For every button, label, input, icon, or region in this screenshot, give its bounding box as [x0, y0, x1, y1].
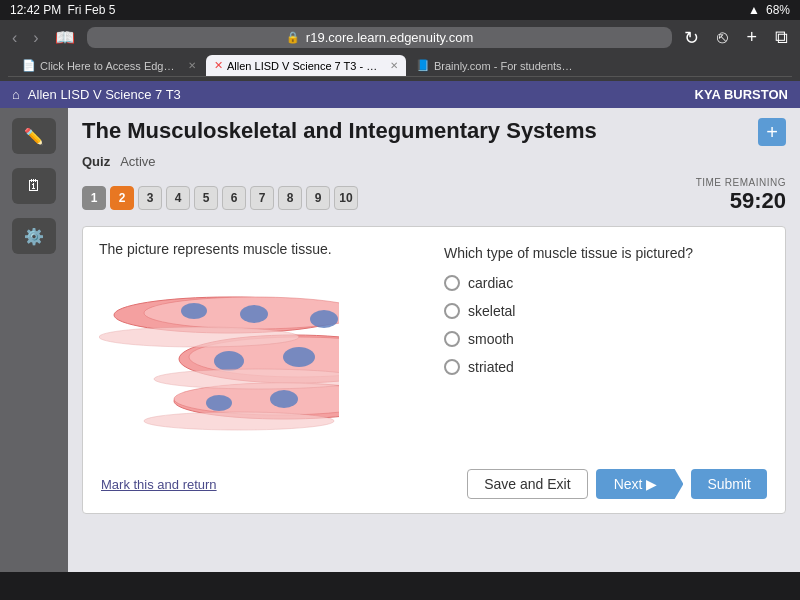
home-icon[interactable]: ⌂: [12, 87, 20, 102]
label-skeletal: skeletal: [468, 303, 515, 319]
svg-point-3: [240, 305, 268, 323]
question-text: The picture represents muscle tissue.: [99, 241, 424, 257]
main-area: ✏️ 🗓 ⚙️ The Musculoskeletal and Integume…: [0, 108, 800, 572]
radio-cardiac[interactable]: [444, 275, 460, 291]
next-button[interactable]: Next ▶: [596, 469, 684, 499]
back-button[interactable]: ‹: [8, 27, 21, 49]
next-label: Next: [614, 476, 643, 492]
tab3-label: Brainly.com - For students. By students.: [434, 60, 574, 72]
question-left: The picture represents muscle tissue.: [99, 241, 424, 453]
submit-button[interactable]: Submit: [691, 469, 767, 499]
tab-brainly[interactable]: 📘 Brainly.com - For students. By student…: [408, 55, 582, 76]
status-time: 12:42 PM: [10, 3, 61, 17]
muscle-illustration: [99, 279, 339, 439]
svg-point-13: [270, 390, 298, 408]
bookmarks-button[interactable]: 📖: [51, 26, 79, 49]
bottom-row: Mark this and return Save and Exit Next …: [99, 469, 769, 499]
new-tab-button[interactable]: +: [742, 27, 761, 48]
q-num-2[interactable]: 2: [110, 186, 134, 210]
calendar-button[interactable]: 🗓: [12, 168, 56, 204]
label-smooth: smooth: [468, 331, 514, 347]
svg-point-5: [181, 303, 207, 319]
tab2-close-icon[interactable]: ✕: [390, 60, 398, 71]
tab1-favicon: 📄: [22, 59, 36, 72]
lock-icon: 🔒: [286, 31, 300, 44]
q-num-3[interactable]: 3: [138, 186, 162, 210]
tab2-favicon: ✕: [214, 59, 223, 72]
timer-area: TIME REMAINING 59:20: [696, 177, 786, 214]
svg-point-17: [154, 369, 339, 389]
svg-point-16: [99, 327, 299, 347]
quiz-label: Quiz: [82, 154, 110, 169]
label-cardiac: cardiac: [468, 275, 513, 291]
svg-point-14: [206, 395, 232, 411]
label-striated: striated: [468, 359, 514, 375]
save-exit-button[interactable]: Save and Exit: [467, 469, 587, 499]
url-text: r19.core.learn.edgenuity.com: [306, 30, 473, 45]
tab3-favicon: 📘: [416, 59, 430, 72]
q-num-1[interactable]: 1: [82, 186, 106, 210]
header-left: ⌂ Allen LISD V Science 7 T3: [12, 87, 181, 102]
refresh-button[interactable]: ↻: [680, 27, 703, 49]
status-day: Fri Feb 5: [67, 3, 115, 17]
next-arrow-icon: ▶: [646, 476, 657, 492]
timer-label: TIME REMAINING: [696, 177, 786, 188]
content-area: The Musculoskeletal and Integumentary Sy…: [68, 108, 800, 572]
timer-value: 59:20: [696, 188, 786, 214]
tab1-close-icon[interactable]: ✕: [188, 60, 196, 71]
svg-point-18: [144, 412, 334, 430]
q-num-7[interactable]: 7: [250, 186, 274, 210]
question-right: Which type of muscle tissue is pictured?…: [444, 241, 769, 387]
user-name: KYA BURSTON: [695, 87, 788, 102]
settings-button[interactable]: ⚙️: [12, 218, 56, 254]
radio-smooth[interactable]: [444, 331, 460, 347]
plus-button[interactable]: +: [758, 118, 786, 146]
browser-nav: ‹ › 📖 🔒 r19.core.learn.edgenuity.com ↻ ⎋…: [8, 26, 792, 49]
question-numbers: 1 2 3 4 5 6 7 8 9 10: [82, 186, 358, 210]
bottom-buttons: Save and Exit Next ▶ Submit: [467, 469, 767, 499]
page-header: ⌂ Allen LISD V Science 7 T3 KYA BURSTON: [0, 81, 800, 108]
status-bar: 12:42 PM Fri Feb 5 ▲ 68%: [0, 0, 800, 20]
radio-striated[interactable]: [444, 359, 460, 375]
q-num-10[interactable]: 10: [334, 186, 358, 210]
browser-chrome: ‹ › 📖 🔒 r19.core.learn.edgenuity.com ↻ ⎋…: [0, 20, 800, 81]
q-num-4[interactable]: 4: [166, 186, 190, 210]
course-title: Allen LISD V Science 7 T3: [28, 87, 181, 102]
quiz-status: Quiz Active: [82, 154, 786, 169]
question-prompt: Which type of muscle tissue is pictured?: [444, 245, 769, 261]
option-skeletal[interactable]: skeletal: [444, 303, 769, 319]
q-num-5[interactable]: 5: [194, 186, 218, 210]
sidebar: ✏️ 🗓 ⚙️: [0, 108, 68, 572]
page-title: The Musculoskeletal and Integumentary Sy…: [82, 118, 597, 144]
q-num-9[interactable]: 9: [306, 186, 330, 210]
tab-edgenuity-access[interactable]: 📄 Click Here to Access Edgenuity ✕: [14, 55, 204, 76]
svg-point-8: [283, 347, 315, 367]
tab1-label: Click Here to Access Edgenuity: [40, 60, 180, 72]
radio-skeletal[interactable]: [444, 303, 460, 319]
tab-edgenuity-main[interactable]: ✕ Allen LISD V Science 7 T3 - Edgenuity.…: [206, 55, 406, 76]
mark-return-button[interactable]: Mark this and return: [101, 477, 217, 492]
active-label: Active: [120, 154, 155, 169]
battery-level: 68%: [766, 3, 790, 17]
nav-and-timer: 1 2 3 4 5 6 7 8 9 10 TIME REMAINING 59:2…: [82, 177, 786, 218]
question-content: The picture represents muscle tissue.: [99, 241, 769, 453]
share-button[interactable]: ⎋: [713, 27, 732, 48]
tabs-bar: 📄 Click Here to Access Edgenuity ✕ ✕ All…: [8, 55, 792, 77]
option-smooth[interactable]: smooth: [444, 331, 769, 347]
option-striated[interactable]: striated: [444, 359, 769, 375]
browser-actions: ↻ ⎋ + ⧉: [680, 27, 792, 49]
q-num-8[interactable]: 8: [278, 186, 302, 210]
wifi-icon: ▲: [748, 3, 760, 17]
svg-point-4: [310, 310, 338, 328]
tabs-button[interactable]: ⧉: [771, 27, 792, 48]
q-num-6[interactable]: 6: [222, 186, 246, 210]
address-bar[interactable]: 🔒 r19.core.learn.edgenuity.com: [87, 27, 673, 48]
forward-button[interactable]: ›: [29, 27, 42, 49]
svg-point-9: [214, 351, 244, 371]
option-cardiac[interactable]: cardiac: [444, 275, 769, 291]
pencil-button[interactable]: ✏️: [12, 118, 56, 154]
question-box: The picture represents muscle tissue.: [82, 226, 786, 514]
tab2-label: Allen LISD V Science 7 T3 - Edgenuity.co…: [227, 60, 382, 72]
